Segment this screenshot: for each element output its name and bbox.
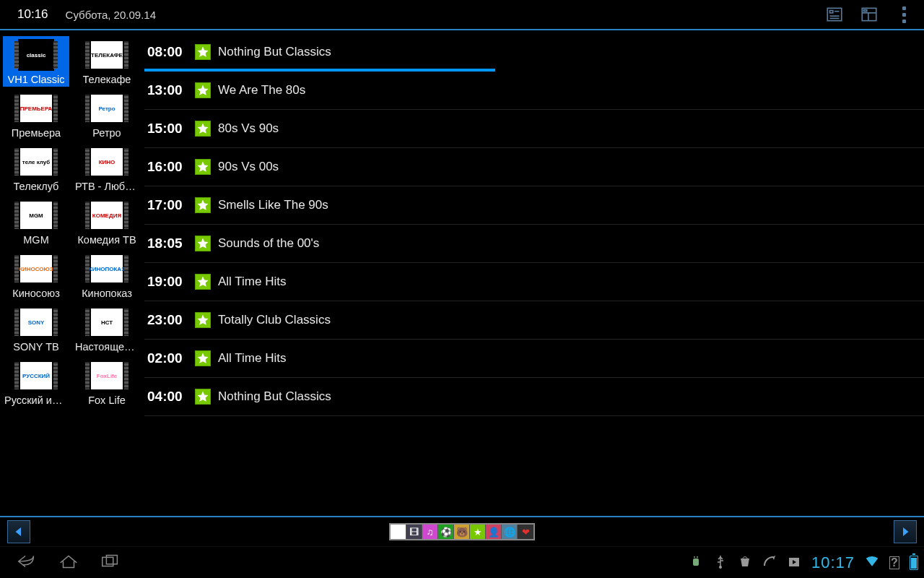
home-icon[interactable] (58, 553, 79, 573)
channel-logo: КИНОСОЮЗ (18, 253, 54, 285)
star-icon (195, 159, 211, 175)
channel-item[interactable]: ТЕЛЕКАФЕТелекафе (74, 36, 140, 87)
programme-time: 08:00 (147, 44, 193, 60)
programme-row[interactable]: 16:0090s Vs 00s (144, 148, 924, 186)
programme-row[interactable]: 04:00Nothing But Classics (144, 378, 924, 416)
channel-logo: РУССКИЙ (18, 360, 54, 392)
play-store-icon (787, 554, 801, 571)
channel-label: Телеклуб (14, 181, 59, 192)
programme-time: 16:00 (147, 159, 193, 175)
programme-title: Nothing But Classics (218, 389, 331, 404)
filter-chip[interactable]: ❤ (518, 525, 533, 539)
star-icon (195, 197, 211, 213)
channel-item[interactable]: classicVH1 Classic (3, 36, 69, 87)
prev-arrow-button[interactable] (7, 520, 30, 543)
app-bar: 10:16 Суббота, 20.09.14 (0, 0, 924, 30)
channel-item[interactable]: КИНОПОКАЗКинопоказ (74, 250, 140, 301)
channel-item[interactable]: ПРЕМЬЕРАПремьера (3, 90, 69, 140)
filter-chip[interactable]: ★ (470, 525, 486, 539)
programme-title: All Time Hits (218, 351, 286, 366)
filter-chip[interactable]: 🐻 (454, 525, 470, 539)
svg-rect-9 (103, 557, 113, 566)
svg-rect-8 (863, 10, 866, 12)
channel-item[interactable]: КОМЕДИЯКомедия ТВ (74, 197, 140, 247)
star-icon (195, 236, 211, 251)
filter-chip[interactable]: 🌐 (502, 525, 518, 539)
channel-logo: КИНОПОКАЗ (89, 253, 125, 285)
star-icon (195, 44, 211, 60)
back-icon[interactable] (16, 553, 38, 573)
star-icon (195, 82, 211, 98)
programme-title: Totally Club Classics (218, 313, 331, 327)
channel-logo: Ретро (89, 92, 125, 124)
programme-row[interactable]: 17:00Smells Like The 90s (144, 186, 924, 225)
programme-row[interactable]: 18:05Sounds of the 00's (144, 225, 924, 263)
shopping-icon (738, 554, 752, 571)
programme-row[interactable]: 15:0080s Vs 90s (144, 110, 924, 148)
channel-logo: КИНО (89, 146, 125, 178)
system-nav-bar: 10:17 ? (0, 546, 924, 578)
programme-time: 18:05 (147, 236, 193, 251)
next-arrow-button[interactable] (894, 520, 917, 543)
programme-time: 02:00 (147, 350, 193, 366)
filter-chip[interactable]: 🎞 (406, 525, 422, 539)
channel-label: Ретро (92, 127, 121, 139)
channel-label: Телекафе (83, 74, 131, 85)
recent-apps-icon[interactable] (100, 553, 121, 573)
svg-point-12 (694, 556, 695, 558)
programme-title: Sounds of the 00's (218, 236, 319, 251)
channel-label: РТВ - Любимое кино (75, 181, 139, 192)
programme-row[interactable]: 19:00All Time Hits (144, 263, 924, 301)
menu-overflow-icon[interactable] (892, 3, 915, 26)
svg-point-13 (697, 556, 698, 558)
programme-row[interactable]: 02:00All Time Hits (144, 340, 924, 378)
status-tray[interactable]: 10:17 ? (689, 553, 918, 572)
programme-time: 19:00 (147, 274, 193, 290)
star-icon (195, 121, 211, 137)
battery-icon (910, 556, 918, 570)
channel-label: SONY ТВ (13, 341, 58, 353)
filter-chip[interactable] (391, 525, 406, 539)
svg-marker-15 (772, 556, 775, 560)
programme-time: 23:00 (147, 312, 193, 328)
view-list-icon[interactable] (823, 3, 846, 26)
main-content: classicVH1 ClassicТЕЛЕКАФЕТелекафеПРЕМЬЕ… (0, 30, 924, 540)
programme-time: 15:00 (147, 121, 193, 137)
android-debug-icon (689, 554, 703, 571)
unknown-status-icon: ? (889, 556, 899, 569)
channel-item[interactable]: SONYSONY ТВ (3, 303, 69, 354)
filter-chip[interactable]: ♫ (422, 525, 438, 539)
channel-item[interactable]: теле клубТелеклуб (3, 143, 69, 194)
view-grid-icon[interactable] (858, 3, 881, 26)
star-icon (195, 350, 211, 366)
channel-logo: FoxLife (89, 360, 125, 392)
star-icon (195, 389, 211, 405)
filter-chip[interactable]: 👤 (486, 525, 502, 539)
programme-row[interactable]: 08:00Nothing But Classics (144, 33, 924, 72)
channel-item[interactable]: MGMMGM (3, 197, 69, 247)
programme-list: 08:00Nothing But Classics13:00We Are The… (144, 30, 924, 540)
wifi-icon (865, 554, 879, 571)
filter-chip[interactable]: ⚽ (438, 525, 454, 539)
programme-title: 90s Vs 00s (218, 160, 279, 174)
channel-logo: КОМЕДИЯ (89, 199, 125, 231)
programme-row[interactable]: 23:00Totally Club Classics (144, 301, 924, 340)
channel-item[interactable]: НСТНастоящее… (74, 303, 140, 354)
svg-point-14 (719, 566, 722, 569)
channel-logo: MGM (18, 199, 54, 231)
channel-logo: ПРЕМЬЕРА (18, 92, 54, 124)
programme-row[interactable]: 13:00We Are The 80s (144, 72, 924, 110)
channel-logo: classic (18, 39, 54, 71)
programme-time: 04:00 (147, 389, 193, 405)
svg-rect-10 (106, 555, 117, 564)
channel-label: Киносоюз (12, 288, 60, 299)
channel-item[interactable]: РУССКИЙРусский иллюзион (3, 357, 69, 407)
channel-item[interactable]: КИНОСОЮЗКиносоюз (3, 250, 69, 301)
channel-label: Настоящее… (75, 341, 139, 353)
usb-icon (713, 554, 728, 571)
channel-item[interactable]: КИНОРТВ - Любимое кино (74, 143, 140, 194)
channel-item[interactable]: FoxLifeFox Life (74, 357, 140, 407)
appbar-time: 10:16 (17, 7, 48, 22)
channel-label: Fox Life (88, 394, 126, 406)
channel-item[interactable]: РетроРетро (74, 90, 140, 140)
